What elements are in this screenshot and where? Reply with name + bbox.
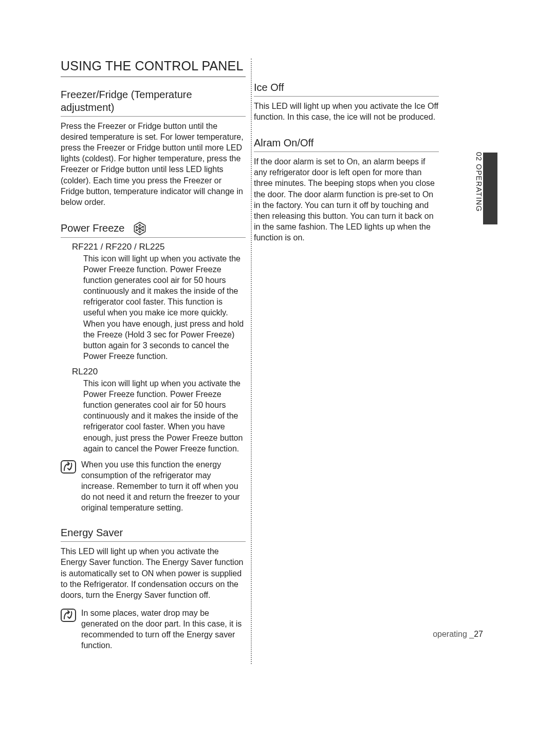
svg-line-15 [143,226,143,228]
body-rl220: This icon will light up when you activat… [83,378,246,454]
heading-ice-off: Ice Off [254,81,439,97]
heading-freezer-fridge: Freezer/Fridge (Temperature adjustment) [61,88,246,117]
subheading-rf221: RF221 / RF220 / RL225 [72,242,246,252]
column-divider [251,59,252,664]
heading-power-freeze: Power Freeze [61,222,246,238]
heading-text: Energy Saver [61,526,123,539]
note-energy-saver: In some places, water drop may be genera… [61,608,246,651]
page-footer: operating _27 [433,630,483,639]
svg-line-11 [143,229,143,231]
heading-energy-saver: Energy Saver [61,526,246,542]
body-alarm-onoff: If the door alarm is set to On, an alarm… [254,156,439,243]
subheading-rl220: RL220 [72,367,246,377]
heading-text: Ice Off [254,81,284,94]
left-column: USING THE CONTROL PANEL Freezer/Fridge (… [61,59,246,664]
footer-section: operating _ [433,630,474,638]
note-icon [61,460,76,514]
footer-page-number: 27 [474,630,483,638]
heading-text: Freezer/Fridge (Temperature adjustment) [61,88,246,114]
note-power-freeze: When you use this function the energy co… [61,459,246,514]
body-rf221: This icon will light up when you activat… [83,253,246,362]
body-ice-off: This LED will light up when you activate… [254,101,439,122]
body-freezer-fridge: Press the Freezer or Fridge button until… [61,121,246,207]
heading-alarm-onoff: Alram On/Off [254,137,439,152]
snowflake-hex-icon [133,222,146,235]
note-icon [61,609,76,651]
note-text: In some places, water drop may be genera… [81,608,246,651]
heading-text: Alram On/Off [254,137,313,149]
right-column: Ice Off This LED will light up when you … [254,59,439,664]
svg-line-13 [136,229,136,231]
svg-line-9 [136,226,136,228]
content-columns: USING THE CONTROL PANEL Freezer/Fridge (… [61,59,492,664]
page-title: USING THE CONTROL PANEL [61,59,246,77]
body-energy-saver: This LED will light up when you activate… [61,546,246,600]
document-page: 02 OPERATING USING THE CONTROL PANEL Fre… [0,0,555,756]
note-text: When you use this function the energy co… [81,459,246,514]
heading-text: Power Freeze [61,222,125,235]
